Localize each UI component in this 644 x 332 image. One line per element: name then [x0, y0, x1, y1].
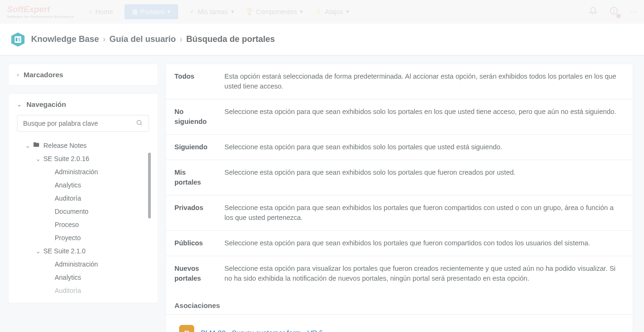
tree-label: Proceso — [55, 221, 79, 228]
svg-point-2 — [613, 12, 614, 13]
table-row: Mis portalesSeleccione esta opción para … — [166, 160, 633, 195]
opt-label: Siguiendo — [166, 135, 216, 160]
bookmarks-header[interactable]: › Marcadores — [8, 64, 157, 85]
table-row: No siguiendoSeleccione esta opción para … — [166, 99, 633, 135]
bookmarks-panel: › Marcadores — [8, 64, 157, 85]
chevron-down-icon: ▾ — [346, 8, 349, 15]
table-row: Nuevos portalesSeleccione esta opción pa… — [166, 256, 633, 292]
tree-item[interactable]: Auditoría — [8, 192, 157, 205]
table-row: SiguiendoSeleccione esta opción para que… — [166, 135, 633, 160]
top-nav: SoftExpert Software for Performance Exce… — [0, 0, 644, 24]
brand-logo: SoftExpert Software for Performance Exce… — [7, 5, 74, 19]
nav-title: Navegación — [26, 100, 66, 108]
opt-label: Todos — [166, 64, 216, 99]
nav-panel: ⌄ Navegación ⌄ Release Notes — [8, 94, 157, 303]
search-icon[interactable] — [136, 119, 143, 128]
tree-item[interactable]: Administración — [8, 258, 157, 271]
form-icon — [179, 325, 194, 332]
svg-point-7 — [137, 121, 141, 125]
table-row: PrivadosSeleccione esta opción para que … — [166, 195, 633, 231]
opt-desc: Seleccione esta opción para que sean exh… — [216, 195, 633, 231]
svg-line-8 — [140, 124, 142, 125]
chevron-down-icon: ⌄ — [35, 155, 41, 162]
tree-item[interactable]: Documento — [8, 205, 157, 218]
sidebar: › Marcadores ⌄ Navegación ⌄ — [0, 56, 157, 332]
tree-item[interactable]: Proceso — [8, 218, 157, 231]
content-card: TodosEsta opción estará seleccionada de … — [166, 64, 633, 332]
nav-atajos[interactable]: ⚡Atajos▾ — [314, 8, 349, 16]
brand-logo-sub: Software for Performance Excellence — [7, 15, 74, 19]
tree-label: Auditoría — [55, 194, 81, 202]
opt-label: Mis portales — [166, 160, 216, 195]
opt-desc: Esta opción estará seleccionada de forma… — [216, 64, 633, 99]
chevron-down-icon: ▾ — [231, 8, 234, 15]
tree-item[interactable]: Administración — [8, 165, 157, 178]
nav-label: Atajos — [325, 8, 343, 16]
nav-label: Home — [95, 8, 113, 16]
opt-desc: Seleccione esta opción para que sean exh… — [216, 135, 633, 160]
association-item: PLM-30 - Survey customer form - VR 5 — [166, 325, 633, 332]
association-link[interactable]: PLM-30 - Survey customer form - VR 5 — [201, 329, 323, 332]
opt-label: Públicos — [166, 231, 216, 256]
nav-label: Portales — [140, 8, 165, 16]
chevron-right-icon: › — [17, 72, 19, 78]
svg-rect-6 — [18, 38, 20, 41]
tree-label: SE Suite 2.1.0 — [43, 247, 86, 255]
breadcrumb-root[interactable]: Knowledge Base — [31, 34, 99, 44]
opt-desc: Seleccione esta opción para que sean exh… — [216, 160, 633, 195]
tree-item[interactable]: Analytics — [8, 271, 157, 284]
nav-home[interactable]: ⌂Home — [89, 8, 113, 16]
search-box — [17, 115, 149, 132]
tree-item-release-notes[interactable]: ⌄ Release Notes — [8, 138, 157, 152]
svg-rect-5 — [16, 38, 17, 41]
more-icon[interactable]: ⋯ — [630, 8, 637, 16]
grid-icon: ▦ — [132, 8, 138, 15]
breadcrumb: Knowledge Base › Guía del usuario › Búsq… — [31, 34, 275, 44]
tree-item-v2016[interactable]: ⌄ SE Suite 2.0.16 — [8, 152, 157, 165]
tree-item[interactable]: Proyecto — [8, 231, 157, 244]
tree-label: Documento — [55, 208, 89, 215]
table-row: TodosEsta opción estará seleccionada de … — [166, 64, 633, 99]
tree-item[interactable]: Auditoría — [8, 284, 157, 297]
nav-label: Mis tareas — [198, 8, 228, 16]
opt-desc: Seleccione esta opción para que sean exh… — [216, 99, 633, 135]
breadcrumb-current: Búsqueda de portales — [186, 34, 275, 44]
main-content: TodosEsta opción estará seleccionada de … — [157, 56, 644, 332]
alert-icon[interactable] — [610, 7, 618, 16]
chevron-down-icon: ▾ — [300, 8, 303, 15]
tree-label: Analytics — [55, 274, 81, 281]
nav-header[interactable]: ⌄ Navegación — [8, 94, 157, 115]
trophy-icon: 🏆 — [246, 8, 253, 15]
scrollbar-thumb[interactable] — [148, 153, 151, 219]
breadcrumb-mid[interactable]: Guía del usuario — [109, 34, 176, 44]
nav-componentes[interactable]: 🏆Componentes▾ — [246, 8, 303, 16]
breadcrumb-bar: Knowledge Base › Guía del usuario › Búsq… — [0, 24, 644, 56]
chevron-right-icon: › — [180, 34, 182, 44]
table-row: PúblicosSeleccione esta opción para que … — [166, 231, 633, 256]
tree-label: Analytics — [55, 181, 81, 189]
nav-mis-tareas[interactable]: ✓Mis tareas▾ — [190, 8, 234, 16]
tree-label: Administración — [55, 260, 98, 268]
tree-label: Auditoría — [55, 287, 81, 294]
chevron-down-icon: ▾ — [167, 8, 171, 15]
opt-desc: Seleccione esta opción para visualizar l… — [216, 256, 633, 292]
chevron-right-icon: › — [103, 34, 106, 44]
chevron-down-icon: ⌄ — [25, 142, 31, 149]
opt-desc: Seleccione esta opción para que sean exh… — [216, 231, 633, 256]
check-icon: ✓ — [190, 8, 195, 15]
brand-logo-text: SoftExpert — [7, 5, 50, 14]
search-input[interactable] — [23, 120, 136, 127]
tree-item-v210[interactable]: ⌄ SE Suite 2.1.0 — [8, 244, 157, 258]
bell-icon[interactable] — [589, 7, 597, 16]
nav-portales[interactable]: ▦Portales▾ — [124, 4, 178, 19]
opt-label: Privados — [166, 195, 216, 231]
tree-label: Release Notes — [43, 142, 87, 149]
tree-item[interactable]: Analytics — [8, 178, 157, 192]
bolt-icon: ⚡ — [314, 8, 322, 15]
nav-tree: ⌄ Release Notes ⌄ SE Suite 2.0.16 Admini… — [8, 137, 157, 303]
opt-label: Nuevos portales — [166, 256, 216, 292]
tree-label: Proyecto — [55, 234, 81, 242]
kb-icon — [10, 32, 25, 47]
home-icon: ⌂ — [89, 8, 92, 15]
chevron-down-icon: ⌄ — [35, 247, 41, 255]
